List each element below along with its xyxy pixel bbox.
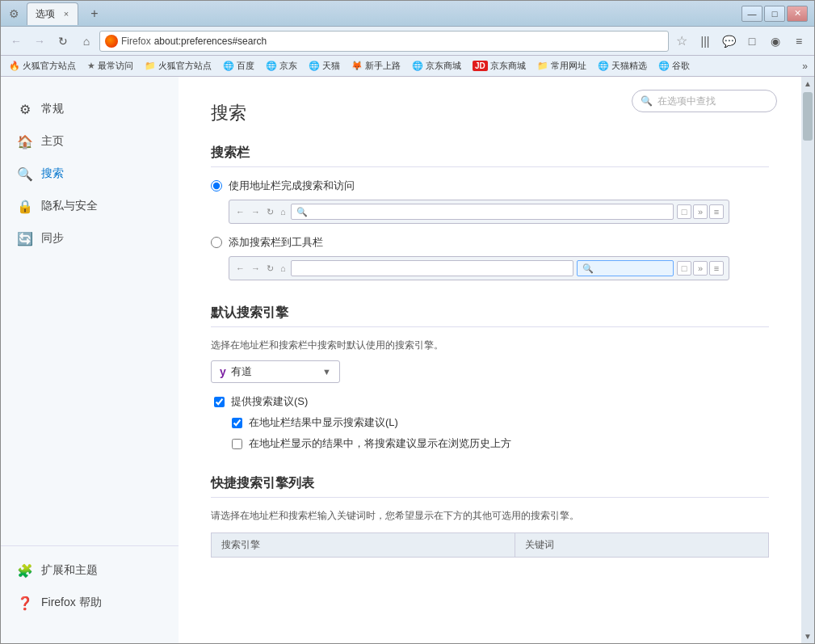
scrollbar-down-arrow[interactable]: ▼ [801, 629, 814, 643]
fake-toolbar-icon-1: □ [677, 204, 691, 219]
bookmark-item-jdmall2[interactable]: JD 京东商城 [468, 58, 531, 74]
bookmark-item-jd[interactable]: 🌐 京东 [261, 58, 302, 74]
sidebar-item-sync[interactable]: 🔄 同步 [1, 222, 179, 255]
checkbox-addressbar-suggestions[interactable] [232, 418, 242, 428]
menu-button[interactable]: ≡ [788, 31, 809, 52]
fake-refresh-icon: ↻ [265, 207, 275, 217]
bookmark-label: 谷歌 [672, 60, 690, 72]
tab-label: 选项 [36, 7, 55, 21]
bookmark-label: 京东 [279, 60, 297, 72]
scrollbar-up-arrow[interactable]: ▲ [801, 77, 814, 90]
fake-toolbar-icons2: □ » ≡ [677, 261, 724, 276]
radio-address-bar-label: 使用地址栏完成搜索和访问 [229, 179, 355, 193]
close-button[interactable]: ✕ [787, 6, 808, 22]
bookmark-icon: 🦊 [351, 61, 363, 71]
checkbox-suggestions-label: 提供搜索建议(S) [231, 394, 308, 409]
minimize-button[interactable]: — [741, 6, 762, 22]
browser-window: ⚙ 选项 × + — □ ✕ ← → ↻ ⌂ Firefox about:pre… [0, 0, 815, 644]
checkbox-suggestions[interactable] [214, 397, 225, 407]
bookmark-star-button[interactable]: ☆ [671, 31, 692, 52]
prefs-search-placeholder: 在选项中查找 [657, 95, 716, 108]
bookmark-item-favorites[interactable]: 📁 常用网址 [532, 58, 591, 74]
bookmark-item-huohu[interactable]: 🔥 火狐官方站点 [4, 58, 81, 74]
bookmark-icon: 🌐 [412, 61, 423, 71]
search-icon: 🔍 [17, 166, 33, 182]
fake-toolbar-address: ← → ↻ ⌂ 🔍 □ » ≡ [229, 200, 729, 224]
checkbox-above-history[interactable] [232, 439, 242, 449]
radio-toolbar[interactable] [211, 237, 222, 248]
engine-dropdown[interactable]: y 有道 ▼ [211, 360, 340, 383]
reader-button[interactable]: □ [741, 31, 762, 52]
refresh-button[interactable]: ↻ [53, 31, 74, 52]
scrollbar[interactable]: ▲ ▼ [801, 77, 814, 643]
bookmark-label: 京东商城 [426, 60, 461, 72]
search-bar-section-title: 搜索栏 [211, 145, 769, 167]
radio-option-address-bar: 使用地址栏完成搜索和访问 [211, 179, 769, 193]
search-bar-section: 搜索栏 使用地址栏完成搜索和访问 ← → ↻ ⌂ 🔍 □ [211, 145, 769, 280]
bookmark-item-google[interactable]: 🌐 谷歌 [653, 58, 695, 74]
scrollbar-thumb[interactable] [803, 92, 813, 141]
sidebar-item-search[interactable]: 🔍 搜索 [1, 158, 179, 190]
address-bar[interactable]: Firefox about:preferences#search [99, 31, 669, 52]
radio-address-bar[interactable] [211, 180, 222, 192]
forward-button[interactable]: → [29, 31, 50, 52]
firefox-logo-icon [105, 35, 118, 48]
bookmark-label: 天猫 [322, 60, 340, 72]
fake-address-bar: 🔍 [291, 204, 674, 220]
engine-name: 有道 [231, 364, 317, 379]
gear-icon: ⚙ [17, 101, 33, 117]
sidebar-item-home[interactable]: 🏠 主页 [1, 125, 179, 158]
bookmark-item-huohu2[interactable]: 📁 火狐官方站点 [140, 58, 216, 74]
search-icon: 🔍 [641, 95, 653, 107]
quick-search-section: 快捷搜索引擎列表 请选择在地址栏和搜索栏输入关键词时，您希望显示在下方的其他可选… [211, 475, 769, 558]
speech-button[interactable]: 💬 [718, 31, 739, 52]
app-icon: ⚙ [7, 7, 20, 20]
bookmark-item-tmall-select[interactable]: 🌐 天猫精选 [593, 58, 652, 74]
bookmark-item-baidu[interactable]: 🌐 百度 [218, 58, 259, 74]
checkbox-row-addressbar: 在地址栏结果中显示搜索建议(L) [232, 415, 769, 430]
fake-toolbar-icon-5: » [693, 261, 708, 276]
bookmark-label: 常用网址 [551, 60, 586, 72]
new-tab-button[interactable]: + [85, 4, 104, 23]
scrollbar-track [803, 92, 813, 628]
fake-address-bar2 [291, 260, 573, 276]
home-icon: 🏠 [17, 133, 33, 149]
fake-forward-icon: → [250, 207, 262, 217]
content-area: 🔍 在选项中查找 搜索 搜索栏 使用地址栏完成搜索和访问 ← → ↻ ⌂ [179, 77, 801, 643]
maximize-button[interactable]: □ [764, 6, 785, 22]
sidebar-item-extensions[interactable]: 🧩 扩展和主题 [1, 554, 179, 587]
radio-toolbar-label: 添加搜索栏到工具栏 [229, 235, 323, 250]
fake-home-icon: ⌂ [279, 207, 288, 217]
sidebar-item-privacy[interactable]: 🔒 隐私与安全 [1, 190, 179, 222]
bookmark-icon: 📁 [537, 61, 548, 71]
table-header-engine: 搜索引擎 [212, 533, 515, 558]
tab-close-button[interactable]: × [60, 7, 73, 20]
fake-toolbar-icons: □ » ≡ [677, 204, 724, 219]
bookmark-label: 火狐官方站点 [23, 60, 76, 72]
fake-back-icon2: ← [234, 263, 246, 273]
tab[interactable]: 选项 × [27, 2, 78, 25]
bookmark-label: 天猫精选 [611, 60, 647, 72]
bookmark-label: 最常访问 [98, 60, 133, 72]
help-icon: ❓ [17, 595, 33, 611]
bookmark-item-mostvisited[interactable]: ★ 最常访问 [82, 58, 138, 74]
back-button[interactable]: ← [6, 31, 27, 52]
prefs-search-box[interactable]: 🔍 在选项中查找 [632, 90, 777, 112]
bookmark-item-jdmall[interactable]: 🌐 京东商城 [407, 58, 466, 74]
sidebar-item-label: 同步 [41, 231, 64, 246]
sidebar-item-general[interactable]: ⚙ 常规 [1, 93, 179, 125]
bookmark-item-tmall[interactable]: 🌐 天猫 [304, 58, 345, 74]
bookmarks-button[interactable]: ||| [695, 31, 716, 52]
bookmark-item-newuser[interactable]: 🦊 新手上路 [347, 58, 405, 74]
main-content: ⚙ 常规 🏠 主页 🔍 搜索 🔒 隐私与安全 🔄 同步 [1, 77, 814, 643]
toolbar-right: ||| 💬 □ ◉ ≡ [695, 31, 809, 52]
default-engine-title: 默认搜索引擎 [211, 305, 769, 327]
home-button[interactable]: ⌂ [76, 31, 97, 52]
bookmarks-more-button[interactable]: » [799, 59, 811, 74]
sidebar-item-help[interactable]: ❓ Firefox 帮助 [1, 587, 179, 619]
sidebar-nav: ⚙ 常规 🏠 主页 🔍 搜索 🔒 隐私与安全 🔄 同步 [1, 93, 179, 545]
account-button[interactable]: ◉ [765, 31, 786, 52]
bookmark-label: 百度 [237, 60, 254, 72]
table-header-keyword: 关键词 [515, 533, 768, 558]
default-engine-section: 默认搜索引擎 选择在地址栏和搜索栏中搜索时默认使用的搜索引擎。 y 有道 ▼ 提… [211, 305, 769, 451]
